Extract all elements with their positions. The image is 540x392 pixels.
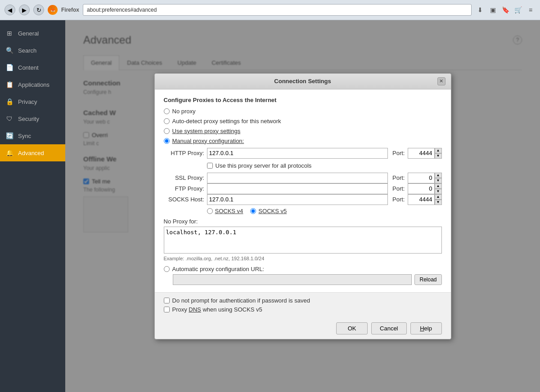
no-proxy-textarea[interactable]: localhost, 127.0.0.1 [164,227,442,254]
dialog-footer-checkboxes: Do not prompt for authentication if pass… [155,292,451,318]
ftp-port-up[interactable]: ▲ [435,183,442,189]
ssl-proxy-input[interactable] [207,173,388,183]
forward-icon: ▶ [22,7,27,13]
browser-name: Firefox [61,7,79,13]
browser-actions: ⬇ ▣ 🔖 🛒 ≡ [475,5,536,15]
socks5-radio[interactable] [250,208,256,214]
ssl-port-input[interactable] [408,173,435,183]
manual-proxy-radio[interactable] [164,138,170,144]
ftp-port-label: Port: [392,185,405,192]
socks-port-spinner[interactable]: ▲ ▼ [435,194,442,205]
auto-proxy-input-row: Reload [164,274,442,285]
no-proxy-label[interactable]: No proxy [172,108,196,115]
sidebar-item-general[interactable]: ⊞ General [0,25,65,42]
ftp-port-input[interactable] [408,183,435,194]
ssl-port-spinner[interactable]: ▲ ▼ [435,173,442,183]
dialog-close-button[interactable]: ✕ [437,77,446,85]
help-button[interactable]: Help [410,322,442,334]
sidebar-item-security[interactable]: 🛡 Security [0,110,65,127]
http-port-spinner-group: ▲ ▼ [408,148,442,159]
ssl-port-up[interactable]: ▲ [435,173,442,178]
auto-detect-radio[interactable] [164,118,170,124]
use-for-all-label[interactable]: Use this proxy server for all protocols [216,162,312,169]
ftp-port-spinner[interactable]: ▲ ▼ [435,183,442,194]
http-port-up[interactable]: ▲ [435,148,442,153]
ftp-port-down[interactable]: ▼ [435,189,442,194]
auto-proxy-url-radio[interactable] [164,266,170,272]
system-proxy-label[interactable]: Use system proxy settings [172,128,241,134]
http-port-down[interactable]: ▼ [435,153,442,159]
menu-button[interactable]: ≡ [526,5,536,15]
no-proxy-for-label: No Proxy for: [164,218,442,225]
no-auth-checkbox[interactable] [164,298,170,303]
sidebar-item-label: Content [18,64,39,71]
sidebar-item-sync[interactable]: 🔄 Sync [0,127,65,144]
http-proxy-row: HTTP Proxy: Port: ▲ ▼ [164,148,442,159]
socks4-label[interactable]: SOCKS v4 [215,208,243,214]
address-bar[interactable]: about:preferences#advanced [83,4,472,16]
manual-proxy-option: Manual proxy configuration: [164,138,442,144]
no-auth-prompt-row: Do not prompt for authentication if pass… [164,297,442,304]
no-auth-label[interactable]: Do not prompt for authentication if pass… [172,297,310,304]
socks5-label[interactable]: SOCKS v5 [258,208,287,214]
proxy-dns-checkbox[interactable] [164,307,170,312]
no-proxy-option: No proxy [164,108,442,115]
use-for-all-checkbox[interactable] [207,163,213,169]
proxy-dns-label[interactable]: Proxy DNS when using SOCKS v5 [172,306,262,313]
auto-detect-option: Auto-detect proxy settings for this netw… [164,118,442,125]
socks-version-row: SOCKS v4 SOCKS v5 [164,208,442,214]
socks-host-label: SOCKS Host: [164,196,204,203]
socks-port-up[interactable]: ▲ [435,194,442,200]
proxy-section-title: Configure Proxies to Access the Internet [164,97,442,103]
no-proxy-example: Example: .mozilla.org, .net.nz, 192.168.… [164,256,442,261]
socks-port-input[interactable] [408,194,435,205]
sidebar-item-content[interactable]: 📄 Content [0,59,65,76]
manual-proxy-label[interactable]: Manual proxy configuration: [172,138,244,144]
dialog-body: Configure Proxies to Access the Internet… [155,89,451,292]
dialog-title: Connection Settings [168,78,437,85]
no-proxy-radio[interactable] [164,108,170,114]
window-button[interactable]: ▣ [488,5,498,15]
sidebar-item-advanced[interactable]: 🔔 Advanced [0,144,65,161]
system-proxy-option: Use system proxy settings [164,128,442,134]
ftp-proxy-input[interactable] [207,183,388,194]
sidebar-item-label: Advanced [18,150,44,156]
reload-button[interactable]: ↻ [33,4,44,15]
sidebar-item-privacy[interactable]: 🔒 Privacy [0,93,65,110]
sidebar-item-label: Search [18,47,36,54]
http-port-spinner[interactable]: ▲ ▼ [435,148,442,159]
back-button[interactable]: ◀ [4,4,15,15]
use-for-all-row: Use this proxy server for all protocols [164,162,442,169]
socks-port-down[interactable]: ▼ [435,200,442,205]
reload-button[interactable]: Reload [414,274,441,285]
forward-button[interactable]: ▶ [19,4,30,15]
http-proxy-input[interactable] [207,148,388,159]
dialog-buttons: OK Cancel Help [155,318,451,339]
download-button[interactable]: ⬇ [475,5,485,15]
security-icon: 🛡 [5,115,14,123]
auto-detect-label[interactable]: Auto-detect proxy settings for this netw… [172,118,281,125]
browser-chrome: ◀ ▶ ↻ 🦊 Firefox about:preferences#advanc… [0,0,540,20]
cart-button[interactable]: 🛒 [513,5,523,15]
applications-icon: 📋 [5,80,14,89]
dialog-titlebar: Connection Settings ✕ [155,74,451,89]
http-port-input[interactable] [408,148,435,159]
sidebar-item-applications[interactable]: 📋 Applications [0,76,65,93]
auto-proxy-url-label[interactable]: Automatic proxy configuration URL: [172,266,264,272]
cancel-button[interactable]: Cancel [371,322,406,334]
socks4-radio[interactable] [207,208,213,214]
sidebar-item-label: General [18,30,39,37]
sidebar-item-label: Privacy [18,98,37,105]
ssl-proxy-row: SSL Proxy: Port: ▲ ▼ [164,173,442,183]
pocket-button[interactable]: 🔖 [500,5,510,15]
ssl-port-down[interactable]: ▼ [435,178,442,183]
back-icon: ◀ [8,7,12,13]
ok-button[interactable]: OK [336,322,368,334]
system-proxy-radio[interactable] [164,128,170,134]
sidebar: ⊞ General 🔍 Search 📄 Content 📋 Applicati… [0,20,65,392]
socks-host-input[interactable] [207,194,388,205]
sidebar-item-search[interactable]: 🔍 Search [0,42,65,59]
auto-proxy-url-input[interactable] [173,274,412,285]
ssl-proxy-label: SSL Proxy: [164,174,204,181]
url-text: about:preferences#advanced [87,7,157,13]
